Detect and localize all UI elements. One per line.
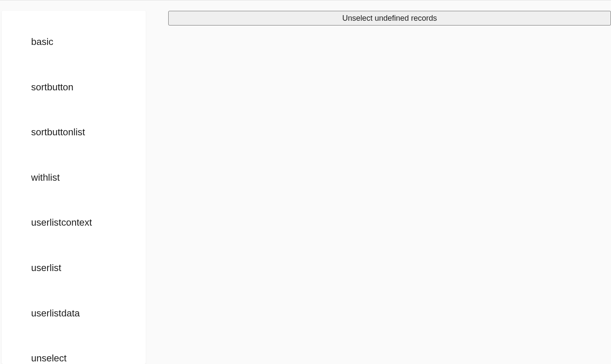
sidebar-item-label: userlist xyxy=(31,262,61,273)
unselect-button[interactable]: Unselect undefined records xyxy=(168,11,611,26)
sidebar: basic sortbutton sortbuttonlist withlist… xyxy=(2,11,146,364)
sidebar-item-sortbuttonlist[interactable]: sortbuttonlist xyxy=(2,110,146,155)
sidebar-item-basic[interactable]: basic xyxy=(2,19,146,65)
sidebar-item-label: withlist xyxy=(31,172,60,183)
sidebar-item-unselect[interactable]: unselect xyxy=(2,336,146,364)
sidebar-item-label: sortbuttonlist xyxy=(31,127,85,137)
sidebar-item-label: userlistdata xyxy=(31,308,80,319)
sidebar-item-label: sortbutton xyxy=(31,82,74,93)
sidebar-item-label: userlistcontext xyxy=(31,217,92,228)
sidebar-item-userlistcontext[interactable]: userlistcontext xyxy=(2,200,146,246)
app-container: basic sortbutton sortbuttonlist withlist… xyxy=(0,0,611,364)
sidebar-item-sortbutton[interactable]: sortbutton xyxy=(2,65,146,110)
main-content: Unselect undefined records xyxy=(146,0,611,364)
sidebar-item-userlistdata[interactable]: userlistdata xyxy=(2,291,146,336)
sidebar-item-withlist[interactable]: withlist xyxy=(2,155,146,201)
sidebar-item-label: unselect xyxy=(31,353,67,364)
sidebar-item-label: basic xyxy=(31,36,53,47)
sidebar-item-userlist[interactable]: userlist xyxy=(2,246,146,291)
